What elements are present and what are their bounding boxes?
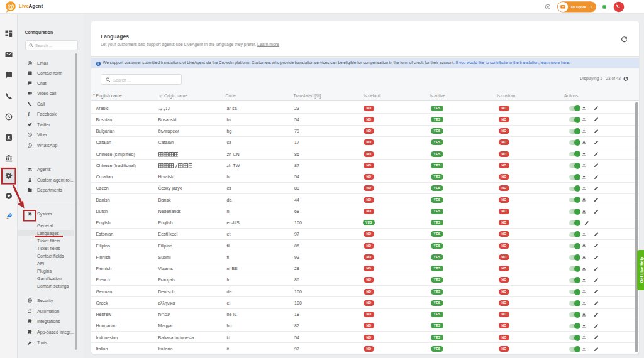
svg-text:Agent: Agent	[29, 3, 43, 9]
svg-text:Live: Live	[19, 3, 30, 9]
svg-text:To solve: To solve	[570, 4, 586, 9]
svg-text:@: @	[8, 3, 14, 10]
svg-text:1: 1	[590, 4, 592, 9]
